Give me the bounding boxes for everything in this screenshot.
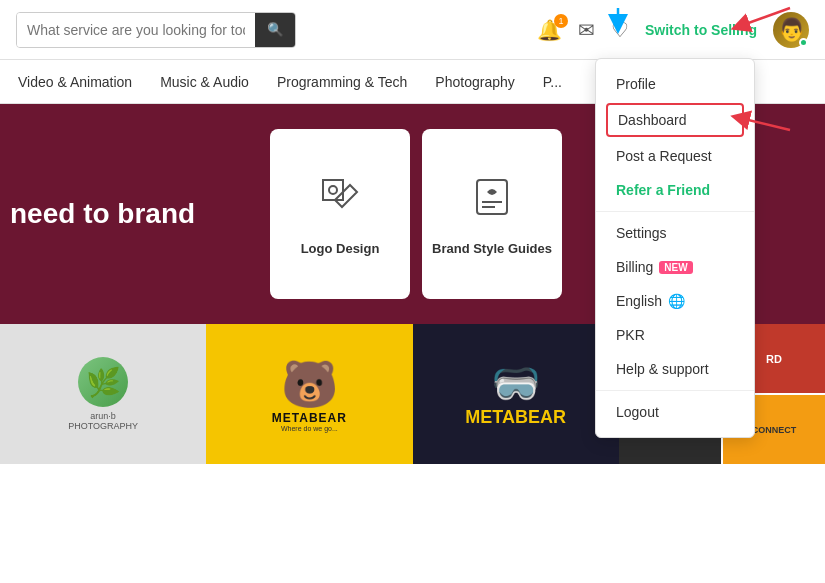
new-badge: NEW [659,261,692,274]
avatar-button[interactable]: 👨 [773,12,809,48]
thumb-3[interactable]: 🥽 METABEAR [413,324,619,464]
nav-item-photography[interactable]: Photography [421,60,528,103]
thumb-1[interactable]: 🌿 arun·bPHOTOGRAPHY [0,324,206,464]
dropdown-post-request[interactable]: Post a Request [596,139,754,173]
heart-icon[interactable]: ♡ [611,18,629,42]
dropdown-settings[interactable]: Settings [596,216,754,250]
header: 🔍 🔔 1 ✉ ♡ Switch to Selling 👨 [0,0,825,60]
dropdown-language[interactable]: English 🌐 [596,284,754,318]
dropdown-profile[interactable]: Profile [596,67,754,101]
globe-icon: 🌐 [668,293,685,309]
dropdown-divider-2 [596,390,754,391]
logo-design-card[interactable]: Logo Design [270,129,410,299]
svg-point-1 [329,186,337,194]
message-icon[interactable]: ✉ [578,18,595,42]
search-button[interactable]: 🔍 [255,13,295,47]
nav-item-music[interactable]: Music & Audio [146,60,263,103]
dropdown-refer[interactable]: Refer a Friend [596,173,754,207]
user-dropdown: Profile Dashboard Post a Request Refer a… [595,58,755,438]
brand-style-label: Brand Style Guides [432,241,552,256]
dropdown-pkr[interactable]: PKR [596,318,754,352]
hero-tagline: need to brand [0,198,195,230]
nav-item-video[interactable]: Video & Animation [4,60,146,103]
bear-icon: 🐻 [281,357,338,411]
billing-label: Billing [616,259,653,275]
switch-selling-button[interactable]: Switch to Selling [645,22,757,38]
glasses-icon: 🥽 [491,360,541,407]
thumb-2[interactable]: 🐻 METABEAR Where do we go... [206,324,412,464]
svg-rect-0 [323,180,343,200]
nav-item-more[interactable]: P... [529,60,576,103]
dropdown-divider-1 [596,211,754,212]
bear-subtitle: Where do we go... [281,425,338,432]
english-label: English [616,293,662,309]
dropdown-logout[interactable]: Logout [596,395,754,429]
notification-badge: 1 [554,14,568,28]
svg-rect-2 [477,180,507,214]
logo-design-label: Logo Design [301,241,380,256]
dropdown-help[interactable]: Help & support [596,352,754,386]
search-icon: 🔍 [267,22,284,37]
dropdown-dashboard[interactable]: Dashboard [606,103,744,137]
search-bar[interactable]: 🔍 [16,12,296,48]
header-icons: 🔔 1 ✉ ♡ Switch to Selling 👨 [537,12,809,48]
dropdown-billing[interactable]: Billing NEW [596,250,754,284]
bear-title: METABEAR [272,411,347,425]
notification-icon[interactable]: 🔔 1 [537,18,562,42]
logo-design-icon [315,172,365,231]
search-input[interactable] [17,13,255,47]
metabear-dark-label: METABEAR [465,407,566,428]
brand-style-icon [467,172,517,231]
online-indicator [799,38,808,47]
brand-style-card[interactable]: Brand Style Guides [422,129,562,299]
hero-cards: Logo Design Brand Style Guides [270,129,562,299]
nav-item-programming[interactable]: Programming & Tech [263,60,421,103]
